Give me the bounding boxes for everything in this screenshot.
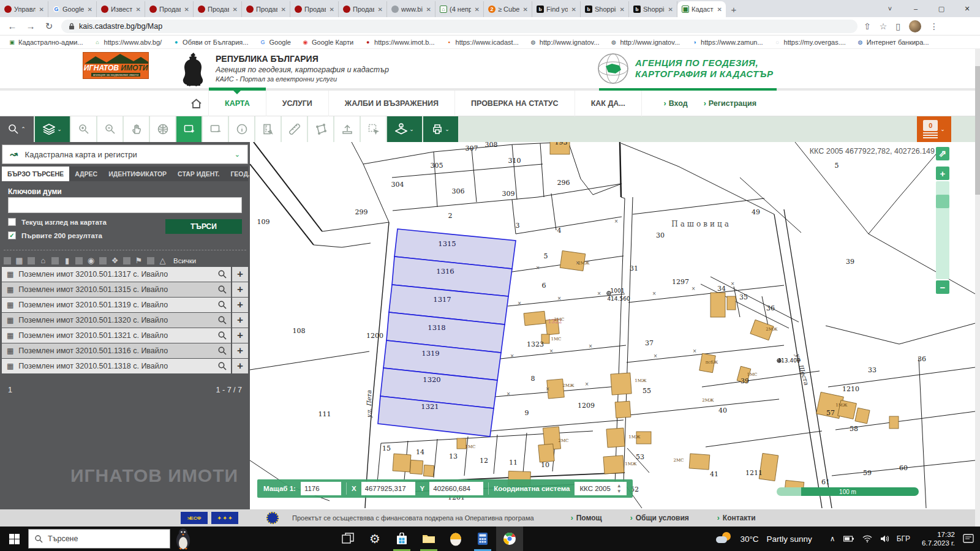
select-tool-button[interactable]: [361, 116, 386, 142]
filter-all-label[interactable]: Всички: [173, 257, 196, 264]
bookmark-item[interactable]: ◉Google Карти: [302, 39, 353, 46]
rect-zoom-in-tool-button[interactable]: [176, 116, 202, 142]
browser-tab[interactable]: ⌂ (4 непро ✕: [435, 1, 484, 17]
battery-icon[interactable]: [843, 535, 854, 542]
tab-close-icon[interactable]: ✕: [522, 6, 529, 13]
result-row[interactable]: ▦ Поземлен имот 32010.501.1317 с. Ивайло…: [2, 267, 248, 282]
browser-tab[interactable]: www.bik ✕: [387, 1, 435, 17]
search-tab[interactable]: ИДЕНТИФИКАТОР: [103, 167, 172, 181]
taskbar-clock[interactable]: 17:32 6.7.2023 г.: [922, 530, 955, 547]
tab-close-icon[interactable]: ✕: [135, 6, 142, 13]
area-tool-button[interactable]: [308, 116, 333, 142]
add-result-button[interactable]: +: [232, 359, 248, 373]
tab-close-icon[interactable]: ✕: [38, 6, 45, 13]
add-result-button[interactable]: +: [232, 298, 248, 312]
full-extent-tool-button[interactable]: [150, 116, 175, 142]
browser-tab[interactable]: Управле ✕: [0, 1, 48, 17]
search-tool-button[interactable]: ⌃: [0, 116, 34, 142]
keywords-input[interactable]: [8, 197, 242, 213]
zoom-to-result-button[interactable]: [214, 328, 231, 343]
wifi-icon[interactable]: [862, 535, 872, 542]
zoom-to-result-button[interactable]: [214, 313, 231, 328]
fullscreen-map-button[interactable]: ⇗: [936, 147, 949, 160]
new-tab-button[interactable]: +: [726, 1, 742, 17]
bookmark-item[interactable]: ●Обяви от България...: [173, 39, 248, 46]
page-scrollbar[interactable]: [975, 49, 980, 527]
filter-checkbox-home[interactable]: [28, 257, 35, 264]
minimize-button[interactable]: –: [903, 0, 929, 17]
login-link[interactable]: ›Вход: [664, 99, 688, 108]
bookmark-item[interactable]: ◑https://www.zamun...: [691, 39, 763, 46]
tab-close-icon[interactable]: ✕: [86, 6, 94, 13]
browser-menu-icon[interactable]: ⋮: [930, 21, 938, 31]
forward-icon[interactable]: →: [24, 21, 37, 31]
profile-avatar[interactable]: [909, 20, 921, 32]
tab-close-icon[interactable]: ✕: [667, 6, 674, 13]
search-button[interactable]: ТЪРСИ: [165, 219, 242, 234]
tab-close-icon[interactable]: ✕: [619, 6, 626, 13]
file-explorer-icon[interactable]: [415, 527, 442, 551]
bookmark-item[interactable]: ◍http://www.ignatov...: [610, 39, 680, 46]
result-row[interactable]: ▦ Поземлен имот 32010.501.1315 с. Ивайло…: [2, 282, 248, 297]
chrome-app-icon[interactable]: [496, 527, 523, 551]
tab-close-icon[interactable]: ✕: [280, 6, 287, 13]
scale-input[interactable]: [301, 482, 341, 495]
selection-cart-button[interactable]: 0 ⌄: [917, 116, 951, 142]
filter-checkbox-building[interactable]: [51, 257, 59, 264]
start-button[interactable]: [0, 527, 28, 551]
weather-app-icon[interactable]: [442, 527, 469, 551]
zoom-to-result-button[interactable]: [214, 282, 231, 297]
ruler-tool-button[interactable]: [282, 116, 307, 142]
notification-center-icon[interactable]: [963, 534, 974, 544]
bookmark-item[interactable]: GGoogle: [259, 39, 290, 46]
zoom-out-tool-button[interactable]: [97, 116, 123, 142]
first200-checkbox[interactable]: ✓: [8, 231, 16, 239]
add-result-button[interactable]: +: [232, 343, 248, 358]
weather-temperature[interactable]: 30°C: [740, 534, 758, 544]
filter-checkbox-flag[interactable]: [123, 257, 130, 264]
bookmark-item[interactable]: ◍Интернет банкира...: [857, 39, 929, 46]
add-result-button[interactable]: +: [232, 313, 248, 328]
bookmark-star-icon[interactable]: ☆: [880, 21, 888, 31]
task-view-button[interactable]: [334, 527, 361, 551]
add-result-button[interactable]: +: [232, 282, 248, 297]
home-button[interactable]: [184, 98, 208, 109]
first200-checkbox-row[interactable]: ✓ Първите 200 резултата: [8, 231, 102, 239]
y-coordinate-input[interactable]: [429, 482, 483, 495]
browser-tab[interactable]: Продав ✕: [194, 1, 242, 17]
tab-close-icon[interactable]: ✕: [716, 6, 723, 13]
layer-select-dropdown[interactable]: ↝ Кадастрална карта и регистри ⌄: [2, 144, 248, 164]
browser-tab[interactable]: Продав ✕: [339, 1, 387, 17]
filter-checkbox-pin[interactable]: [75, 257, 83, 264]
share-icon[interactable]: ⇧: [864, 21, 871, 31]
side-panel-icon[interactable]: ▯: [895, 21, 900, 31]
crs-select[interactable]: ККС 2005 ▲▼: [575, 482, 626, 495]
store-app-icon[interactable]: [388, 527, 415, 551]
scrollbar-thumb[interactable]: [975, 66, 980, 195]
penguin-widget-image[interactable]: [173, 527, 194, 550]
search-tab[interactable]: БЪРЗО ТЪРСЕНЕ: [2, 167, 69, 181]
browser-tab[interactable]: Извести ✕: [97, 1, 145, 17]
bookmark-item[interactable]: ●https://www.imot.b...: [364, 39, 434, 46]
page-number[interactable]: 1: [8, 386, 12, 394]
zoom-in-tool-button[interactable]: [71, 116, 96, 142]
tab-close-icon[interactable]: ✕: [183, 6, 190, 13]
filter-checkbox-polygon[interactable]: [147, 257, 154, 264]
back-icon[interactable]: ←: [6, 21, 18, 31]
bookmark-item[interactable]: ⌂https://www.abv.bg/: [94, 39, 162, 46]
browser-tab[interactable]: b Shoppin ✕: [581, 1, 629, 17]
result-row[interactable]: ▦ Поземлен имот 32010.501.1321 с. Ивайло…: [2, 328, 248, 343]
footer-link-общи-условия[interactable]: ›Общи условия: [630, 514, 689, 522]
result-row[interactable]: ▦ Поземлен имот 32010.501.1316 с. Ивайло…: [2, 343, 248, 358]
browser-tab[interactable]: b Find you ✕: [532, 1, 581, 17]
zoom-to-result-button[interactable]: [214, 359, 231, 373]
upload-tool-button[interactable]: [334, 116, 360, 142]
zoom-to-result-button[interactable]: [214, 298, 231, 312]
weather-tray-icon[interactable]: [716, 532, 732, 545]
bookmark-item[interactable]: ▣Кадастрално-адми...: [9, 39, 83, 46]
browser-tab[interactable]: Продав ✕: [290, 1, 339, 17]
add-result-button[interactable]: +: [232, 328, 248, 343]
weather-condition[interactable]: Partly sunny: [767, 534, 812, 544]
filter-checkbox-layers[interactable]: [99, 257, 107, 264]
cadastral-map[interactable]: ×××××××××××××××××30730830531029630430630…: [250, 142, 975, 509]
